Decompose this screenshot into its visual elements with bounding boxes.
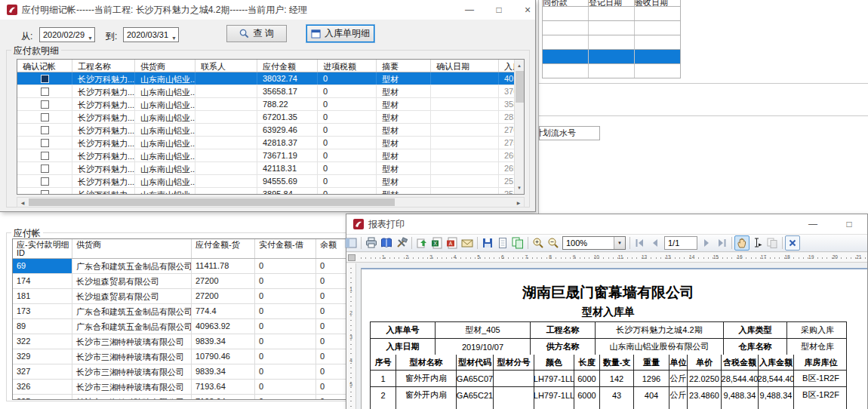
confirm-checkbox[interactable]: [41, 165, 49, 173]
scroll-right-icon[interactable]: ▶: [513, 198, 524, 207]
table-row[interactable]: [543, 21, 680, 35]
table-row[interactable]: [543, 35, 680, 50]
print-icon[interactable]: [364, 235, 379, 251]
tools-icon[interactable]: [394, 235, 409, 251]
titlebar[interactable]: 应付明细记帐------当前工程: 长沙万科魅力之城4.2期------当前用户…: [0, 0, 535, 20]
close-button[interactable]: ×: [864, 216, 868, 232]
confirm-checkbox[interactable]: [41, 152, 49, 160]
vertical-scrollbar[interactable]: ▲ ▼: [514, 60, 524, 194]
cell-id[interactable]: 329: [13, 349, 72, 364]
cell-id[interactable]: 181: [13, 289, 72, 303]
confirm-checkbox[interactable]: [41, 75, 49, 83]
table-row[interactable]: 69 广东合和建筑五金制品有限公司 11411.78 0 0: [13, 259, 392, 274]
table-row[interactable]: 173 广东合和建筑五金制品有限公司 774.4 0 0: [13, 304, 392, 319]
panel-toggle-icon[interactable]: [343, 235, 359, 251]
confirm-checkbox[interactable]: [41, 177, 49, 186]
table-row[interactable]: 长沙万科魅力... 山东南山铝业... 94555.69 0 型材 251: [17, 175, 524, 188]
cell-summary: 型材: [377, 137, 431, 149]
table-row[interactable]: 327 长沙市三湘特种玻璃有限公司 9839.34 0 0: [13, 364, 392, 380]
table-row[interactable]: 长沙万科魅力... 山东南山铝业... 42818.37 0 型材 275: [17, 137, 524, 149]
maximize-button[interactable]: □: [490, 2, 508, 17]
last-page-icon[interactable]: [714, 235, 729, 251]
confirm-checkbox[interactable]: [41, 139, 49, 147]
confirm-checkbox[interactable]: [41, 88, 49, 96]
cell-id[interactable]: 325: [13, 395, 72, 400]
chevron-down-icon[interactable]: ▼: [88, 32, 93, 45]
save-icon[interactable]: [480, 235, 495, 251]
to-date-combo[interactable]: 2020/03/31 ▼: [123, 27, 179, 42]
table-row[interactable]: 长沙万科魅力... 山东南山铝业... 63929.46 0 型材 276: [17, 124, 524, 137]
table-row[interactable]: 长沙万科魅力... 山东南山铝业... 42118.31 0 型材 265: [17, 162, 524, 175]
table-row[interactable]: 长沙万科魅力... 山东南山铝业... 73671.19 0 型材 266: [17, 149, 524, 162]
inbound-detail-button[interactable]: 入库单明细: [306, 25, 374, 42]
cell-summary: 型材: [377, 124, 431, 136]
minimize-button[interactable]: —: [460, 2, 479, 17]
cell-id[interactable]: 89: [13, 319, 72, 334]
confirm-checkbox[interactable]: [41, 126, 49, 134]
zoom-in-icon[interactable]: [531, 235, 546, 251]
next-page-icon[interactable]: [699, 235, 714, 251]
table-row[interactable]: 长沙万科魅力... 山东南山铝业... 3895.84 0 型材 252: [17, 188, 524, 195]
cell-payable: 9839.34: [192, 364, 255, 379]
confirm-checkbox[interactable]: [41, 190, 49, 195]
table-row[interactable]: 326 长沙市三湘特种玻璃有限公司 7193.64 0 0: [13, 380, 392, 395]
cell-paid: 0: [255, 395, 316, 400]
plan-serial-field[interactable]: 计划流水号: [539, 126, 600, 140]
table-row[interactable]: 181 长沙坦森贸易有限公司 27200 0 0: [13, 289, 392, 304]
confirm-checkbox[interactable]: [41, 113, 49, 121]
zoom-level-combo[interactable]: 100% ▼: [562, 236, 626, 250]
cell-id[interactable]: 326: [13, 380, 72, 394]
chevron-down-icon[interactable]: ▼: [614, 237, 625, 249]
table-row[interactable]: 322 长沙市三湘特种玻璃有限公司 9839.34 0 0: [13, 334, 392, 349]
maximize-button[interactable]: □: [840, 216, 858, 232]
table-row[interactable]: 89 广东合和建筑五金制品有限公司 40963.92 0 0: [13, 319, 392, 334]
cell-id[interactable]: 69: [13, 259, 72, 273]
table-row[interactable]: 325 长沙市三湘特种玻璃有限公司 7193.64 0 0: [13, 395, 392, 400]
book-icon[interactable]: [379, 235, 394, 251]
prev-page-icon[interactable]: [648, 235, 663, 251]
export-icon[interactable]: [414, 235, 429, 251]
mail-icon[interactable]: [460, 235, 475, 251]
table-row[interactable]: 长沙万科魅力... 山东南山铝业... 788.22 0 型材 358: [17, 98, 524, 111]
pdf-export-icon[interactable]: A: [445, 235, 460, 251]
minimize-button[interactable]: —: [804, 216, 822, 232]
table-row[interactable]: 长沙万科魅力... 山东南山铝业... 35658.17 0 型材 376: [17, 85, 524, 98]
titlebar[interactable]: 报表打印: [346, 214, 867, 234]
cell-paid: 0: [255, 274, 316, 288]
table-row[interactable]: 长沙万科魅力... 山东南山铝业... 38032.74 0 型材 405: [17, 72, 524, 85]
cell-id[interactable]: 174: [13, 274, 72, 288]
cell-id[interactable]: 327: [13, 364, 72, 379]
first-page-icon[interactable]: [633, 235, 648, 251]
scroll-down-icon[interactable]: ▼: [515, 183, 524, 193]
table-row[interactable]: [543, 50, 680, 64]
confirm-checkbox[interactable]: [41, 100, 49, 109]
table-row[interactable]: [543, 7, 680, 21]
page-indicator-input[interactable]: 1/1: [664, 236, 697, 250]
report-preview-area[interactable]: 12345 湖南巨晟门窗幕墙有限公司 型材入库单 入库单号 型材_405 工程名…: [346, 263, 867, 409]
copy-icon[interactable]: [765, 235, 780, 251]
cell-id[interactable]: 173: [13, 304, 72, 318]
close-button[interactable]: ×: [519, 2, 537, 17]
multi-page-icon[interactable]: [510, 235, 525, 251]
scroll-left-icon[interactable]: ◀: [17, 198, 28, 207]
zoom-out-icon[interactable]: [546, 235, 561, 251]
query-button[interactable]: 查 询: [226, 25, 287, 42]
table-row[interactable]: 长沙万科魅力... 山东南山铝业... 67201.35 0 型材 283: [17, 111, 524, 124]
hand-tool-icon[interactable]: [734, 235, 749, 251]
svg-text:X: X: [433, 241, 437, 246]
table-row[interactable]: 329 长沙市三湘特种玻璃有限公司 10790.46 0 0: [13, 349, 392, 364]
table-row[interactable]: 174 长沙坦森贸易有限公司 27200 0 0: [13, 274, 392, 289]
excel-export-icon[interactable]: X: [429, 235, 445, 251]
chevron-down-icon[interactable]: ▼: [171, 32, 177, 45]
close-preview-icon[interactable]: [785, 235, 800, 251]
scroll-up-icon[interactable]: ▲: [515, 60, 524, 71]
text-select-icon[interactable]: [749, 235, 765, 251]
scrollbar-thumb[interactable]: [29, 198, 395, 206]
horizontal-scrollbar[interactable]: ◀ ▶: [17, 197, 525, 208]
from-date-combo[interactable]: 2020/02/29 ▼: [39, 27, 95, 42]
single-page-icon[interactable]: [495, 235, 510, 251]
ruler-number: 5: [456, 253, 480, 260]
table-row[interactable]: [543, 64, 680, 78]
cell-id[interactable]: 322: [13, 334, 72, 349]
scrollbar-thumb[interactable]: [516, 71, 524, 103]
